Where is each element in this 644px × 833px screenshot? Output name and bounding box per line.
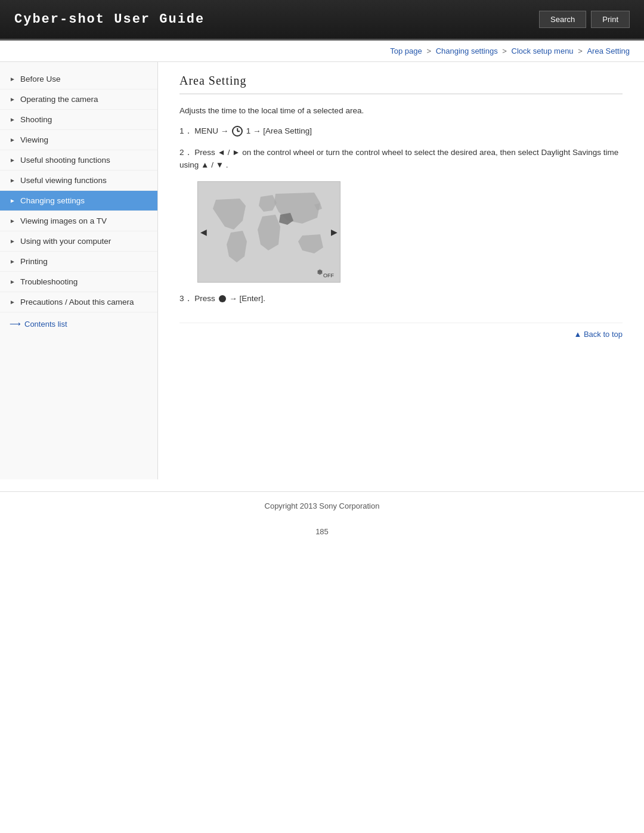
snowflake-icon: ❅OFF [317, 268, 334, 278]
arrow-icon: ► [10, 278, 16, 285]
world-map-image: ◀ ▶ ❅OFF [197, 181, 340, 283]
sidebar-item-useful-shooting[interactable]: ► Useful shooting functions [0, 150, 157, 171]
page-header: Cyber-shot User Guide Search Print [0, 0, 644, 41]
sidebar-label-viewing: Viewing [20, 135, 48, 144]
breadcrumb-sep-3: > [578, 47, 584, 55]
back-to-top-link[interactable]: ▲ Back to top [574, 330, 623, 339]
sidebar-item-computer[interactable]: ► Using with your computer [0, 231, 157, 252]
sidebar-item-changing-settings[interactable]: ► Changing settings [0, 191, 157, 211]
sidebar-item-shooting[interactable]: ► Shooting [0, 110, 157, 130]
step-1: 1． MENU → 1 → [Area Setting] [179, 125, 623, 138]
content-area: Area Setting Adjusts the time to the loc… [158, 62, 644, 479]
arrow-icon: ► [10, 157, 16, 163]
page-title: Area Setting [179, 74, 623, 94]
sidebar-item-viewing[interactable]: ► Viewing [0, 130, 157, 150]
sidebar-label-changing-settings: Changing settings [20, 196, 85, 205]
sidebar-label-shooting: Shooting [20, 115, 52, 124]
sidebar-item-viewing-tv[interactable]: ► Viewing images on a TV [0, 211, 157, 231]
sidebar-label-printing: Printing [20, 257, 48, 266]
breadcrumb-sep-2: > [502, 47, 509, 55]
breadcrumb-top[interactable]: Top page [390, 47, 422, 55]
breadcrumb: Top page > Changing settings > Clock set… [0, 41, 644, 62]
breadcrumb-clock-setup[interactable]: Clock setup menu [512, 47, 574, 55]
map-off-icon: ❅OFF [317, 268, 334, 278]
arrow-icon: ► [10, 258, 16, 265]
clock-icon [232, 126, 243, 137]
sidebar-item-precautions[interactable]: ► Precautions / About this camera [0, 292, 157, 312]
sidebar-item-printing[interactable]: ► Printing [0, 252, 157, 272]
arrow-icon: ► [10, 238, 16, 244]
map-right-arrow: ▶ [331, 227, 338, 237]
sidebar: ► Before Use ► Operating the camera ► Sh… [0, 62, 158, 479]
main-layout: ► Before Use ► Operating the camera ► Sh… [0, 62, 644, 479]
contents-arrow-icon: ⟶ [10, 320, 21, 329]
enter-button-icon [219, 295, 226, 302]
sidebar-label-precautions: Precautions / About this camera [20, 298, 134, 306]
breadcrumb-current: Area Setting [587, 47, 630, 55]
page-number: 185 [0, 520, 644, 543]
step-3-number: 3． [179, 294, 193, 303]
arrow-icon: ► [10, 116, 16, 123]
print-button[interactable]: Print [591, 11, 630, 28]
header-actions: Search Print [539, 11, 630, 28]
arrow-icon: ► [10, 197, 16, 204]
sidebar-item-operating[interactable]: ► Operating the camera [0, 89, 157, 110]
arrow-icon: ► [10, 76, 16, 82]
sidebar-label-before-use: Before Use [20, 75, 61, 83]
step-1-number: 1． [179, 126, 193, 135]
content-description: Adjusts the time to the local time of a … [179, 106, 623, 115]
step-3: 3． Press → [Enter]. [179, 292, 623, 305]
map-left-arrow: ◀ [200, 227, 207, 237]
breadcrumb-changing-settings[interactable]: Changing settings [436, 47, 498, 55]
sidebar-label-useful-viewing: Useful viewing functions [20, 176, 107, 185]
sidebar-label-computer: Using with your computer [20, 237, 111, 246]
sidebar-item-before-use[interactable]: ► Before Use [0, 69, 157, 89]
footer: Copyright 2013 Sony Corporation [0, 491, 644, 520]
app-title: Cyber-shot User Guide [14, 12, 205, 27]
step-2-number: 2． [179, 148, 193, 157]
copyright-text: Copyright 2013 Sony Corporation [265, 501, 380, 510]
sidebar-label-viewing-tv: Viewing images on a TV [20, 216, 107, 225]
search-button[interactable]: Search [539, 11, 586, 28]
step-2-text: Press ◄ / ► on the control wheel or turn… [179, 148, 618, 170]
contents-link-label: Contents list [24, 320, 67, 329]
step-3-text: Press → [Enter]. [194, 294, 265, 303]
contents-list-link[interactable]: ⟶ Contents list [0, 312, 157, 331]
sidebar-item-troubleshooting[interactable]: ► Troubleshooting [0, 272, 157, 292]
arrow-icon: ► [10, 218, 16, 224]
back-to-top: ▲ Back to top [179, 323, 623, 339]
step-2: 2． Press ◄ / ► on the control wheel or t… [179, 146, 623, 172]
sidebar-label-operating: Operating the camera [20, 95, 98, 104]
arrow-icon: ► [10, 177, 16, 184]
sidebar-label-troubleshooting: Troubleshooting [20, 277, 78, 286]
arrow-icon: ► [10, 96, 16, 103]
arrow-icon: ► [10, 137, 16, 143]
step-1-text: MENU → 1 → [Area Setting] [194, 126, 312, 135]
breadcrumb-sep-1: > [426, 47, 433, 55]
arrow-icon: ► [10, 299, 16, 305]
sidebar-label-useful-shooting: Useful shooting functions [20, 156, 110, 165]
sidebar-item-useful-viewing[interactable]: ► Useful viewing functions [0, 171, 157, 191]
